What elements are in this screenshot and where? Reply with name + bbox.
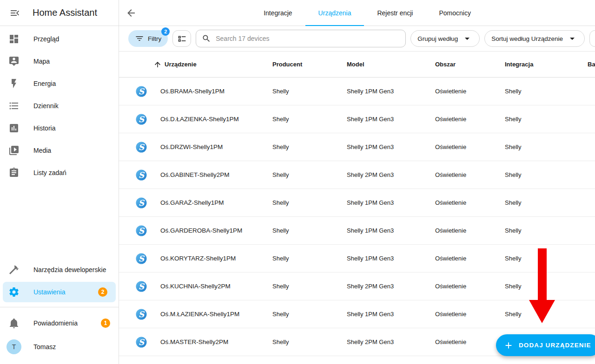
device-name: Oś.MASTER-Shelly2PM [160,338,272,345]
sort-by-dropdown[interactable]: Sortuj według Urządzenie [484,30,585,47]
table-row[interactable]: SOś.M.ŁAZIENKA-Shelly1PMShellyShelly 1PM… [119,300,595,328]
table-row[interactable]: SOś.GARAŻ-Shelly1PMShellyShelly 1PM Gen3… [119,189,595,217]
svg-text:S: S [139,170,145,179]
sidebar-item-energia[interactable]: Energia [0,72,119,95]
column-label: Urządzenie [165,61,197,68]
shelly-logo-icon: S [135,252,148,265]
column-header-model[interactable]: Model [347,61,435,68]
sidebar-toggle-button[interactable] [8,6,21,20]
table-header: Urządzenie Producent Model Obszar Integr… [119,52,595,78]
device-area: Oświetlenie [435,283,505,290]
table-row[interactable]: SOś.KUCHNIA-Shelly2PMShellyShelly 2PM Ge… [119,273,595,300]
sidebar-item-mapa[interactable]: Mapa [0,50,119,72]
shelly-logo-icon: S [135,169,148,182]
device-battery: – [588,283,595,290]
device-model: Shelly 1PM Gen3 [347,227,435,234]
device-manufacturer: Shelly [272,227,347,234]
sidebar-item-przeglad[interactable]: Przegląd [0,28,119,50]
table-row[interactable]: SOś.KORYTARZ-Shelly1PMShellyShelly 1PM G… [119,245,595,273]
shelly-logo-icon: S [135,280,148,293]
table-row[interactable]: SOś.D.ŁAZIENKA-Shelly1PMShellyShelly 1PM… [119,105,595,133]
sidebar-item-label: Listy zadań [33,169,66,176]
device-icon-cell: S [135,85,160,98]
device-area: Oświetlenie [435,311,505,318]
group-by-label: Grupuj według [417,35,458,42]
list-checks-icon [177,34,187,44]
device-integration: Shelly [505,227,588,234]
search-input[interactable] [216,35,400,42]
sidebar-item-label: Dziennik [33,102,59,110]
table-row[interactable]: SOś.GABINET-Shelly2PMShellyShelly 2PM Ge… [119,161,595,189]
search-box [196,30,406,47]
table-settings-button[interactable] [589,30,595,47]
filter-icon [135,34,144,43]
column-label: Obszar [435,61,456,68]
show-disabled-toggle-button[interactable] [172,30,191,47]
column-header-integration[interactable]: Integracja [505,61,588,68]
sidebar-item-dziennik[interactable]: Dziennik [0,95,119,117]
app-title: Home Assistant [33,7,97,18]
add-device-button[interactable]: DODAJ URZĄDZENIE [496,334,595,356]
topbar: IntegracjeUrządzeniaRejestr encjiPomocni… [119,0,595,26]
map-person-icon [8,56,20,67]
device-manufacturer: Shelly [272,283,347,290]
svg-text:S: S [139,281,145,291]
svg-text:S: S [139,309,145,318]
device-manufacturer: Shelly [272,199,347,206]
table-row[interactable]: SOś.GARDEROBA-Shelly1PMShellyShelly 1PM … [119,217,595,245]
sidebar-divider [0,307,119,307]
user-name: Tomasz [33,343,56,351]
sidebar-item-media[interactable]: Media [0,139,119,162]
sidebar-item-historia[interactable]: Historia [0,117,119,139]
device-manufacturer: Shelly [272,143,347,150]
device-area: Oświetlenie [435,199,505,206]
tab-pomocnicy[interactable]: Pomocnicy [426,0,483,26]
column-label: Model [347,61,364,68]
device-name: Oś.DRZWI-Shelly1PM [160,143,272,150]
svg-text:S: S [139,254,145,263]
device-manufacturer: Shelly [272,116,347,123]
device-name: Oś.D.ŁAZIENKA-Shelly1PM [160,116,272,123]
device-area: Oświetlenie [435,88,505,95]
sidebar: Home Assistant PrzeglądMapaEnergiaDzienn… [0,0,119,364]
sidebar-item-notifications[interactable]: Powiadomienia 1 [0,312,119,334]
tab-rejestr-encji[interactable]: Rejestr encji [364,0,426,26]
tab-bar: IntegracjeUrządzeniaRejestr encjiPomocni… [119,0,595,26]
lightning-bolt-icon [8,78,20,89]
tab-label: Pomocnicy [439,9,470,17]
caret-down-icon [567,33,578,44]
plus-icon [503,340,514,351]
tab-integracje[interactable]: Integracje [251,0,305,26]
column-label: Producent [272,61,302,68]
column-header-device[interactable]: Urządzenie [135,60,272,69]
sidebar-item-profile[interactable]: T Tomasz [0,334,119,359]
menu-open-icon [9,7,20,19]
sort-by-label: Sortuj według Urządzenie [491,35,563,42]
filters-badge: 2 [161,27,170,36]
sidebar-item-dev-tools[interactable]: Narzędzia deweloperskie [0,259,119,281]
sidebar-item-listy-zadan[interactable]: Listy zadań [0,162,119,184]
group-by-dropdown[interactable]: Grupuj według [410,30,480,47]
table-row[interactable]: SOś.DRZWI-Shelly1PMShellyShelly 1PM Gen3… [119,133,595,161]
device-battery: – [588,143,595,150]
gear-icon [8,286,20,298]
annotation-arrow-shaft [538,248,547,300]
tab-urzadzenia[interactable]: Urządzenia [305,0,364,26]
column-header-manufacturer[interactable]: Producent [272,61,347,68]
sidebar-item-settings[interactable]: Ustawienia 2 [3,282,116,302]
svg-text:S: S [139,198,145,207]
column-header-area[interactable]: Obszar [435,61,505,68]
table-row[interactable]: SOś.BRAMA-Shelly1PMShellyShelly 1PM Gen3… [119,78,595,105]
shelly-logo-icon: S [135,336,148,349]
device-battery: – [588,255,595,262]
column-header-battery[interactable]: Bateria [588,61,595,68]
device-icon-cell: S [135,113,160,126]
filters-button[interactable]: Filtry 2 [128,30,168,47]
column-label: Bateria [588,61,595,68]
back-button[interactable] [126,7,137,19]
device-icon-cell: S [135,336,160,349]
device-integration: Shelly [505,143,588,150]
sidebar-item-label: Ustawienia [33,288,65,296]
device-model: Shelly 1PM Gen3 [347,88,435,95]
shelly-logo-icon: S [135,224,148,237]
